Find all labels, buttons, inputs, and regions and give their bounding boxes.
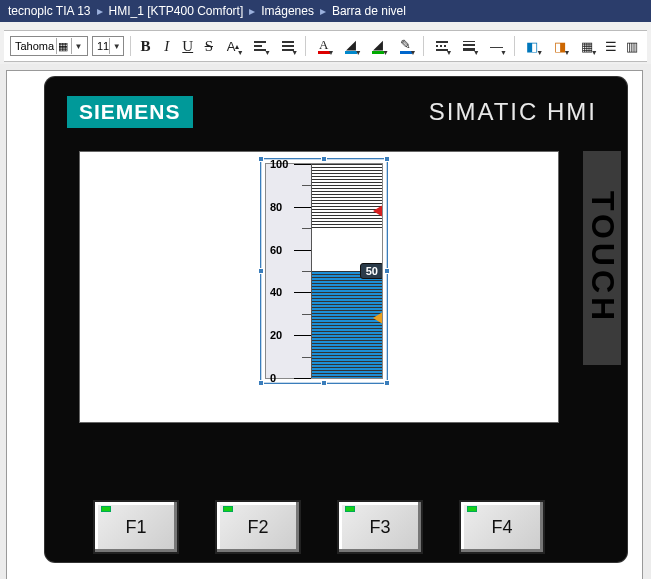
- font-color-button[interactable]: A▼: [312, 35, 335, 57]
- led-icon: [345, 506, 355, 512]
- scale-tick-label: 100: [270, 158, 288, 170]
- function-key-f2[interactable]: F2: [215, 500, 301, 554]
- line-style-button[interactable]: ▼: [430, 35, 453, 57]
- font-size-value: 11: [97, 40, 109, 52]
- font-family-select[interactable]: Tahoma ▦ ▼: [10, 36, 88, 56]
- font-picker-icon[interactable]: ▦: [56, 38, 70, 54]
- level-bar-widget[interactable]: 020406080100 50: [260, 158, 388, 384]
- font-size-select[interactable]: 11 ▼: [92, 36, 124, 56]
- led-icon: [101, 506, 111, 512]
- fkey-label: F1: [125, 517, 146, 538]
- text-script-button[interactable]: A▴▼: [221, 35, 244, 57]
- breadcrumb: tecnoplc TIA 13 ▸ HMI_1 [KTP400 Comfort]…: [0, 0, 651, 22]
- line-color-button[interactable]: ✎▼: [394, 35, 417, 57]
- hmi-screen-area[interactable]: 020406080100 50: [79, 151, 559, 423]
- touch-label: TOUCH: [584, 191, 621, 324]
- text-format-toolbar: Tahoma ▦ ▼ 11 ▼ B I U S A▴▼ ▼ ▼ A▼ ◢▼ ◢▼…: [4, 30, 647, 62]
- fkey-label: F3: [369, 517, 390, 538]
- chevron-right-icon: ▸: [320, 4, 326, 18]
- scale-tick-label: 40: [270, 286, 282, 298]
- chevron-down-icon[interactable]: ▼: [71, 38, 85, 54]
- grid-rows-button[interactable]: ☰: [603, 35, 620, 57]
- bar-value-badge: 50: [360, 263, 382, 279]
- function-key-f4[interactable]: F4: [459, 500, 545, 554]
- device-model-label: SIMATIC HMI: [429, 98, 597, 126]
- function-key-row: F1 F2 F3 F4: [93, 500, 545, 554]
- editor-canvas[interactable]: SIEMENS SIMATIC HMI TOUCH: [6, 70, 643, 579]
- align-vertical-button[interactable]: ▼: [276, 35, 299, 57]
- siemens-logo: SIEMENS: [67, 96, 193, 128]
- function-key-f3[interactable]: F3: [337, 500, 423, 554]
- crumb[interactable]: tecnoplc TIA 13: [8, 4, 91, 18]
- hmi-device-frame: SIEMENS SIMATIC HMI TOUCH: [45, 77, 627, 562]
- crumb[interactable]: Barra de nivel: [332, 4, 406, 18]
- chevron-down-icon[interactable]: ▼: [109, 38, 123, 54]
- cols-icon: ▥: [626, 39, 638, 54]
- chevron-right-icon: ▸: [249, 4, 255, 18]
- grid-cols-button[interactable]: ▥: [624, 35, 641, 57]
- function-key-f1[interactable]: F1: [93, 500, 179, 554]
- bar-fill-area: 50: [312, 164, 382, 378]
- high-limit-marker-icon: [373, 205, 382, 217]
- align-left-button[interactable]: ▼: [249, 35, 272, 57]
- font-family-value: Tahoma: [15, 40, 54, 52]
- rows-icon: ☰: [605, 39, 617, 54]
- touch-strip: TOUCH: [583, 151, 621, 365]
- led-icon: [223, 506, 233, 512]
- crumb[interactable]: Imágenes: [261, 4, 314, 18]
- line-weight-button[interactable]: ▼: [457, 35, 480, 57]
- object-style2-button[interactable]: ◨▼: [548, 35, 571, 57]
- scale-tick-label: 20: [270, 329, 282, 341]
- fkey-label: F2: [247, 517, 268, 538]
- italic-button[interactable]: I: [158, 35, 175, 57]
- background-color-button[interactable]: ◢▼: [367, 35, 390, 57]
- fill-color-button[interactable]: ◢▼: [339, 35, 362, 57]
- fkey-label: F4: [491, 517, 512, 538]
- scale-tick-label: 0: [270, 372, 276, 384]
- bold-button[interactable]: B: [137, 35, 154, 57]
- line-ends-button[interactable]: —▼: [485, 35, 508, 57]
- table-style-button[interactable]: ▦▼: [575, 35, 598, 57]
- chevron-right-icon: ▸: [97, 4, 103, 18]
- underline-button[interactable]: U: [179, 35, 196, 57]
- low-limit-marker-icon: [373, 312, 382, 324]
- scale-tick-label: 80: [270, 201, 282, 213]
- led-icon: [467, 506, 477, 512]
- bar-value-text: 50: [366, 265, 378, 277]
- scale-tick-label: 60: [270, 244, 282, 256]
- crumb[interactable]: HMI_1 [KTP400 Comfort]: [109, 4, 244, 18]
- strikethrough-button[interactable]: S: [200, 35, 217, 57]
- object-style1-button[interactable]: ◧▼: [521, 35, 544, 57]
- bar-scale: 020406080100: [266, 164, 312, 378]
